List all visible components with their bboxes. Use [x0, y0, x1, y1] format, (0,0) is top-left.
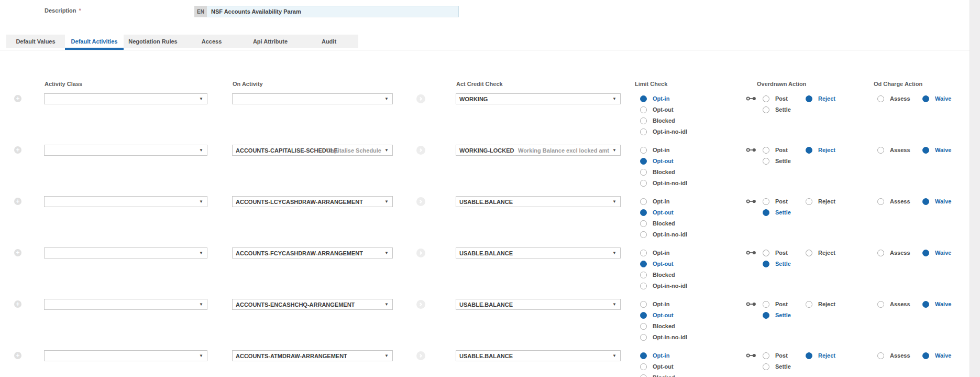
description-label: Description*	[45, 7, 81, 14]
od-charge-action-option[interactable]: Waive	[922, 95, 951, 102]
limit-check-option[interactable]: Opt-in-no-idl	[640, 333, 687, 341]
od-charge-action-option[interactable]: Assess	[877, 300, 910, 308]
limit-check-option[interactable]: Opt-in	[640, 95, 669, 102]
activity-class-select[interactable]: ▼	[44, 299, 207, 310]
act-credit-check-select[interactable]: USABLE.BALANCE ▼	[456, 299, 621, 310]
limit-check-option[interactable]: Blocked	[640, 220, 675, 227]
limit-check-option[interactable]: Opt-out	[640, 260, 674, 267]
add-row-button[interactable]: +	[14, 300, 21, 308]
key-icon[interactable]	[746, 147, 757, 153]
overdrawn-action-option[interactable]: Reject	[806, 95, 835, 102]
od-charge-action-option[interactable]: Assess	[877, 95, 910, 102]
tab-negotiation-rules[interactable]: Negotiation Rules	[124, 35, 182, 48]
limit-check-option[interactable]: Opt-out	[640, 311, 674, 319]
on-activity-select[interactable]: ▼	[232, 93, 393, 104]
activity-class-select[interactable]: ▼	[44, 247, 207, 258]
vertical-scrollbar-track[interactable]	[970, 0, 980, 377]
expand-row-button[interactable]	[416, 94, 425, 103]
limit-check-option[interactable]: Opt-in	[640, 146, 669, 154]
limit-check-option[interactable]: Blocked	[640, 168, 675, 176]
add-row-button[interactable]: +	[14, 352, 21, 359]
overdrawn-action-option[interactable]: Post	[763, 146, 788, 154]
tab-access[interactable]: Access	[182, 35, 241, 48]
limit-check-option[interactable]: Opt-out	[640, 157, 674, 165]
limit-check-option[interactable]: Opt-in	[640, 352, 669, 359]
od-charge-action-option[interactable]: Waive	[922, 352, 951, 359]
tab-default-activities[interactable]: Default Activities	[65, 35, 124, 48]
add-row-button[interactable]: +	[14, 198, 21, 205]
overdrawn-action-option[interactable]: Reject	[806, 300, 835, 308]
radio-button-icon	[763, 363, 769, 370]
limit-check-option[interactable]: Opt-out	[640, 209, 674, 216]
key-icon[interactable]	[746, 198, 757, 204]
od-charge-action-option[interactable]: Assess	[877, 146, 910, 154]
overdrawn-action-option[interactable]: Settle	[763, 311, 791, 319]
od-charge-action-option[interactable]: Waive	[922, 249, 951, 256]
limit-check-option[interactable]: Opt-in-no-idl	[640, 128, 687, 135]
limit-check-option[interactable]: Blocked	[640, 322, 675, 330]
limit-check-option[interactable]: Blocked	[640, 117, 675, 124]
act-credit-check-select[interactable]: USABLE.BALANCE ▼	[456, 350, 621, 361]
activity-class-select[interactable]: ▼	[44, 196, 207, 207]
limit-check-option[interactable]: Opt-in-no-idl	[640, 179, 687, 187]
limit-check-option[interactable]: Opt-in-no-idl	[640, 282, 687, 289]
add-row-button[interactable]: +	[14, 95, 21, 102]
act-credit-check-select[interactable]: WORKING-LOCKED Working Balance excl lock…	[456, 145, 621, 156]
limit-check-option[interactable]: Opt-in-no-idl	[640, 231, 687, 238]
act-credit-check-select[interactable]: USABLE.BALANCE ▼	[456, 247, 621, 258]
overdrawn-action-option[interactable]: Post	[763, 198, 788, 205]
expand-row-button[interactable]	[416, 300, 425, 309]
limit-check-option[interactable]: Opt-out	[640, 363, 674, 370]
overdrawn-action-option[interactable]: Settle	[763, 363, 791, 370]
add-row-button[interactable]: +	[14, 249, 21, 256]
overdrawn-action-option[interactable]: Post	[763, 249, 788, 256]
tab-api-attribute[interactable]: Api Attribute	[241, 35, 300, 48]
key-icon[interactable]	[746, 250, 757, 256]
od-charge-action-option[interactable]: Waive	[922, 300, 951, 308]
overdrawn-action-option[interactable]: Post	[763, 300, 788, 308]
od-charge-action-option[interactable]: Waive	[922, 146, 951, 154]
overdrawn-action-option[interactable]: Settle	[763, 260, 791, 267]
tab-audit[interactable]: Audit	[300, 35, 358, 48]
activity-class-select[interactable]: ▼	[44, 350, 207, 361]
limit-check-option[interactable]: Opt-in	[640, 249, 669, 256]
od-charge-action-option[interactable]: Assess	[877, 352, 910, 359]
radio-label: Opt-out	[653, 209, 674, 216]
overdrawn-action-option[interactable]: Reject	[806, 198, 835, 205]
on-activity-select[interactable]: ACCOUNTS-FCYCASHDRAW-ARRANGEMENT ▼	[232, 247, 393, 258]
overdrawn-action-option[interactable]: Reject	[806, 146, 835, 154]
activity-class-select[interactable]: ▼	[44, 93, 207, 104]
description-input[interactable]	[207, 6, 459, 17]
overdrawn-action-option[interactable]: Settle	[763, 106, 791, 113]
overdrawn-action-option[interactable]: Reject	[806, 352, 835, 359]
key-icon[interactable]	[746, 95, 757, 102]
on-activity-select[interactable]: ACCOUNTS-CAPITALISE-SCHEDULE Capitalise …	[232, 145, 393, 156]
on-activity-select[interactable]: ACCOUNTS-ATMDRAW-ARRANGEMENT ▼	[232, 350, 393, 361]
overdrawn-action-option[interactable]: Post	[763, 352, 788, 359]
limit-check-option[interactable]: Blocked	[640, 374, 675, 377]
on-activity-select[interactable]: ACCOUNTS-LCYCASHDRAW-ARRANGEMENT ▼	[232, 196, 393, 207]
limit-check-option[interactable]: Blocked	[640, 271, 675, 278]
act-credit-check-select[interactable]: WORKING ▼	[456, 93, 621, 104]
overdrawn-action-option[interactable]: Settle	[763, 209, 791, 216]
expand-row-button[interactable]	[416, 197, 425, 206]
activity-class-select[interactable]: ▼	[44, 145, 207, 156]
od-charge-action-option[interactable]: Assess	[877, 249, 910, 256]
overdrawn-action-option[interactable]: Post	[763, 95, 788, 102]
expand-row-button[interactable]	[416, 146, 425, 155]
overdrawn-action-option[interactable]: Settle	[763, 157, 791, 165]
limit-check-option[interactable]: Opt-out	[640, 106, 674, 113]
on-activity-select[interactable]: ACCOUNTS-ENCASHCHQ-ARRANGEMENT ▼	[232, 299, 393, 310]
limit-check-option[interactable]: Opt-in	[640, 198, 669, 205]
expand-row-button[interactable]	[416, 249, 425, 257]
tab-default-values[interactable]: Default Values	[6, 35, 65, 48]
od-charge-action-option[interactable]: Assess	[877, 198, 910, 205]
overdrawn-action-option[interactable]: Reject	[806, 249, 835, 256]
key-icon[interactable]	[746, 301, 757, 307]
key-icon[interactable]	[746, 352, 757, 359]
od-charge-action-option[interactable]: Waive	[922, 198, 951, 205]
limit-check-option[interactable]: Opt-in	[640, 300, 669, 308]
act-credit-check-select[interactable]: USABLE.BALANCE ▼	[456, 196, 621, 207]
expand-row-button[interactable]	[416, 351, 425, 360]
add-row-button[interactable]: +	[14, 146, 21, 154]
